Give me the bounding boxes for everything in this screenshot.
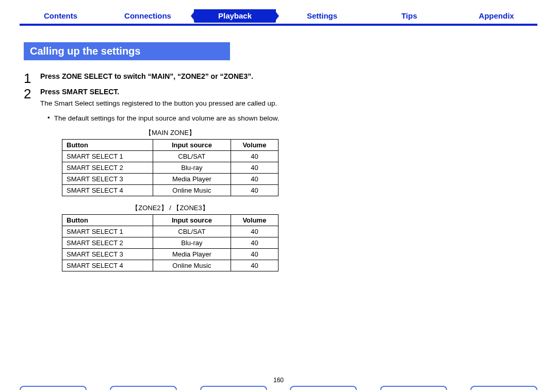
col-button: Button	[62, 215, 153, 226]
cell-volume: 40	[231, 226, 278, 237]
section-title: Calling up the settings	[24, 42, 230, 60]
step-number: 2	[24, 87, 40, 100]
cell-input: CBL/SAT	[153, 151, 231, 162]
cell-volume: 40	[231, 237, 278, 249]
step-number: 1	[24, 72, 40, 85]
cell-volume: 40	[231, 260, 278, 271]
tab-playback[interactable]: Playback	[194, 9, 276, 23]
footer-nav-shapes	[20, 386, 537, 390]
tab-settings[interactable]: Settings	[281, 9, 363, 23]
cell-input: Blu-ray	[153, 162, 231, 174]
cell-volume: 40	[231, 162, 278, 174]
col-volume: Volume	[231, 215, 278, 226]
step-title: Press SMART SELECT.	[40, 87, 302, 97]
cell-input: Media Player	[153, 249, 231, 260]
table-header-row: Button Input source Volume	[62, 215, 278, 226]
table-row: SMART SELECT 1 CBL/SAT 40	[62, 151, 278, 162]
step-1: 1 Press ZONE SELECT to switch “MAIN”, “Z…	[24, 72, 302, 85]
step-title: Press ZONE SELECT to switch “MAIN”, “ZON…	[40, 72, 302, 81]
footer-shape[interactable]	[380, 386, 447, 390]
note-text: The default settings for the input sourc…	[54, 114, 280, 123]
page-footer: 160	[20, 377, 537, 390]
col-input: Input source	[153, 215, 231, 226]
settings-table: Button Input source Volume SMART SELECT …	[62, 139, 278, 196]
tab-contents[interactable]: Contents	[20, 9, 102, 23]
table-caption: 【MAIN ZONE】	[62, 128, 278, 138]
settings-table: Button Input source Volume SMART SELECT …	[62, 214, 278, 271]
tab-tips[interactable]: Tips	[368, 9, 450, 23]
note-bullet: The default settings for the input sourc…	[47, 114, 302, 123]
cell-button: SMART SELECT 2	[62, 237, 153, 249]
table-row: SMART SELECT 3 Media Player 40	[62, 249, 278, 260]
cell-button: SMART SELECT 1	[62, 151, 153, 162]
cell-volume: 40	[231, 185, 278, 196]
footer-shape[interactable]	[470, 386, 537, 390]
table-row: SMART SELECT 3 Media Player 40	[62, 174, 278, 185]
step-description: The Smart Select settings registered to …	[40, 99, 302, 109]
cell-button: SMART SELECT 3	[62, 174, 153, 185]
footer-shape[interactable]	[290, 386, 357, 390]
cell-input: Blu-ray	[153, 237, 231, 249]
cell-button: SMART SELECT 4	[62, 185, 153, 196]
cell-button: SMART SELECT 3	[62, 249, 153, 260]
table-header-row: Button Input source Volume	[62, 140, 278, 151]
cell-volume: 40	[231, 249, 278, 260]
col-button: Button	[62, 140, 153, 151]
col-volume: Volume	[231, 140, 278, 151]
table-row: SMART SELECT 1 CBL/SAT 40	[62, 226, 278, 237]
table-row: SMART SELECT 2 Blu-ray 40	[62, 237, 278, 249]
cell-volume: 40	[231, 174, 278, 185]
tab-appendix[interactable]: Appendix	[455, 9, 537, 23]
cell-input: Online Music	[153, 260, 231, 271]
table-row: SMART SELECT 4 Online Music 40	[62, 185, 278, 196]
cell-button: SMART SELECT 2	[62, 162, 153, 174]
steps-list: 1 Press ZONE SELECT to switch “MAIN”, “Z…	[24, 72, 302, 279]
step-2: 2 Press SMART SELECT. The Smart Select s…	[24, 87, 302, 279]
table-main-zone: 【MAIN ZONE】 Button Input source Volume S…	[62, 128, 278, 196]
footer-shape[interactable]	[200, 386, 267, 390]
cell-volume: 40	[231, 151, 278, 162]
tab-bar: Contents Connections Playback Settings T…	[20, 9, 537, 23]
footer-shape[interactable]	[20, 386, 87, 390]
footer-shape[interactable]	[110, 386, 177, 390]
cell-input: Online Music	[153, 185, 231, 196]
cell-input: CBL/SAT	[153, 226, 231, 237]
header-rule	[20, 24, 537, 26]
table-caption: 【ZONE2】 / 【ZONE3】	[62, 203, 278, 213]
page-number: 160	[20, 377, 537, 384]
table-row: SMART SELECT 2 Blu-ray 40	[62, 162, 278, 174]
table-row: SMART SELECT 4 Online Music 40	[62, 260, 278, 271]
cell-input: Media Player	[153, 174, 231, 185]
cell-button: SMART SELECT 1	[62, 226, 153, 237]
cell-button: SMART SELECT 4	[62, 260, 153, 271]
col-input: Input source	[153, 140, 231, 151]
tab-connections[interactable]: Connections	[107, 9, 189, 23]
table-zone23: 【ZONE2】 / 【ZONE3】 Button Input source Vo…	[62, 203, 278, 271]
